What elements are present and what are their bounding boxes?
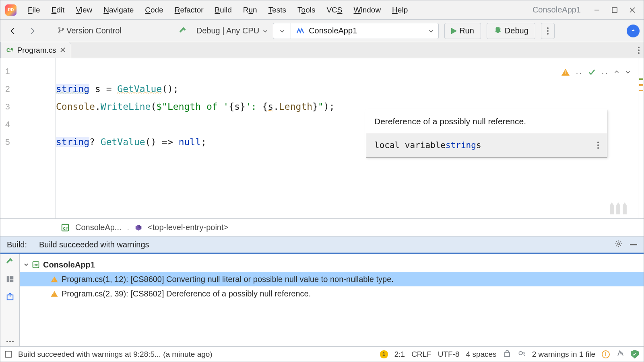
menu-view[interactable]: View (70, 3, 98, 17)
warning-icon (51, 276, 58, 282)
svg-text:C#: C# (63, 226, 68, 230)
svg-rect-0 (612, 8, 617, 12)
export-button[interactable] (6, 292, 14, 302)
lock-icon[interactable] (503, 349, 511, 359)
line-number: 5 (0, 133, 56, 151)
chevron-up-icon[interactable] (614, 69, 619, 75)
menu-edit[interactable]: Edit (46, 3, 70, 17)
bug-icon (493, 25, 502, 36)
error-stripe[interactable] (638, 58, 644, 218)
more-tools-button[interactable] (6, 341, 14, 342)
code-area[interactable]: string s = GetValue(); Console.WriteLine… (56, 58, 638, 218)
inspections-widget[interactable]: .. .. (561, 63, 631, 81)
vcs-widget[interactable]: Version Control (54, 23, 126, 39)
tree-warning-row[interactable]: Program.cs(2, 39): [CS8602] Dereference … (20, 286, 644, 301)
hide-panel-button[interactable] (630, 244, 637, 245)
build-hammer-button[interactable] (6, 257, 14, 267)
nav-back-button[interactable] (4, 23, 21, 39)
run-button[interactable]: Run (444, 23, 481, 39)
build-label: Build: (7, 240, 27, 249)
menu-run[interactable]: Run (237, 3, 263, 17)
menu-file[interactable]: File (22, 3, 46, 17)
tree-root[interactable]: C# ConsoleApp1 (20, 257, 644, 272)
csharp-file-icon: C# (61, 223, 70, 232)
menu-tests[interactable]: Tests (263, 3, 292, 17)
svg-point-4 (495, 27, 500, 33)
inspections-summary[interactable]: 2 warnings in 1 file (532, 350, 595, 359)
breadcrumbs: C# ConsoleAp... . <top-level-entry-point… (0, 218, 644, 236)
crumb-entry[interactable]: <top-level-entry-point> (148, 223, 228, 232)
main-toolbar: Version Control Debug | Any CPU ConsoleA… (0, 20, 644, 42)
warning-text: Program.cs(2, 39): [CS8602] Dereference … (62, 289, 311, 298)
build-panel: C# ConsoleApp1 Program.cs(1, 12): [CS860… (0, 254, 644, 346)
hector-icon[interactable] (609, 202, 627, 214)
status-message: Build succeeded with warnings at 9:28:5.… (18, 350, 213, 359)
gear-icon[interactable] (615, 240, 623, 250)
project-dropdown-button[interactable] (424, 28, 438, 34)
reader-mode-icon[interactable] (518, 349, 526, 359)
indent-setting[interactable]: 4 spaces (466, 350, 497, 359)
debug-label: Debug (505, 26, 528, 35)
menu-navigate[interactable]: Navigate (98, 3, 139, 17)
menu-window[interactable]: Window (348, 3, 387, 17)
memory-icon[interactable] (616, 349, 624, 359)
menu-tools[interactable]: Tools (292, 3, 321, 17)
problems-ring-icon[interactable] (602, 350, 610, 358)
menu-build[interactable]: Build (209, 3, 237, 17)
close-button[interactable] (623, 0, 641, 20)
gutter[interactable]: 1 2 3 4 5 (0, 58, 56, 218)
tab-program-cs[interactable]: C# Program.cs (0, 42, 71, 58)
warning-icon (561, 69, 570, 76)
maximize-button[interactable] (606, 0, 623, 20)
project-selector[interactable]: ConsoleApp1 (273, 23, 439, 39)
run-config-selector[interactable]: Debug | Any CPU (196, 26, 268, 35)
caret-position[interactable]: 2:1 (394, 350, 405, 359)
build-tree[interactable]: C# ConsoleApp1 Program.cs(1, 12): [CS860… (20, 254, 644, 346)
tooltip-more-button[interactable] (597, 142, 599, 149)
editor: 1 2 3 4 5 string s = GetValue(); Console… (0, 58, 644, 218)
build-button[interactable] (175, 23, 192, 39)
minimize-button[interactable] (588, 0, 606, 20)
more-vert-icon (547, 27, 549, 35)
menu-help[interactable]: Help (386, 3, 413, 17)
warning-text: Program.cs(1, 12): [CS8600] Converting n… (62, 275, 394, 284)
line-number: 3 (0, 98, 56, 115)
status-bar: Build succeeded with warnings at 9:28:5.… (0, 346, 644, 362)
nav-forward-button[interactable] (24, 23, 41, 39)
tool-windows-button[interactable] (5, 351, 12, 358)
vcs-label: Version Control (66, 26, 122, 35)
trusted-icon[interactable] (631, 350, 639, 359)
tooltip-message: Dereference of a possibly null reference… (366, 110, 607, 133)
crumb-project[interactable]: ConsoleAp... (75, 223, 122, 232)
menu-vcs[interactable]: VCS (321, 3, 348, 17)
debug-button[interactable]: Debug (487, 23, 535, 39)
project-name: ConsoleApp1 (309, 26, 357, 35)
chevron-down-icon (428, 28, 434, 34)
tree-warning-row[interactable]: Program.cs(1, 12): [CS8600] Converting n… (20, 272, 644, 286)
chevron-down-icon (262, 28, 268, 34)
code-with-me-button[interactable] (627, 25, 640, 37)
more-actions-button[interactable] (541, 23, 555, 39)
svg-point-3 (62, 28, 64, 30)
chevron-down-icon (279, 28, 285, 34)
chevron-down-icon[interactable] (625, 69, 631, 75)
menu-code[interactable]: Code (139, 3, 169, 17)
warning-icon (51, 291, 58, 296)
line-separator[interactable]: CRLF (411, 350, 431, 359)
tab-more-icon[interactable] (638, 47, 640, 54)
notifications-badge[interactable]: 1 (380, 350, 388, 358)
menu-refactor[interactable]: Refactor (169, 3, 209, 17)
project-dropdown-split[interactable] (273, 23, 291, 39)
build-status: Build succeeded with warnings (39, 240, 149, 249)
check-icon (588, 68, 595, 76)
app-icon (5, 4, 17, 16)
ide-window: File Edit View Navigate Code Refactor Bu… (0, 0, 644, 362)
svg-point-16 (522, 352, 524, 354)
cube-icon (135, 224, 142, 231)
csharp-project-icon: C# (32, 261, 40, 269)
file-encoding[interactable]: UTF-8 (438, 350, 460, 359)
tab-close-button[interactable] (60, 47, 65, 53)
tree-root-label: ConsoleApp1 (43, 260, 95, 269)
run-label: Run (459, 26, 474, 35)
layout-button[interactable] (6, 275, 14, 285)
